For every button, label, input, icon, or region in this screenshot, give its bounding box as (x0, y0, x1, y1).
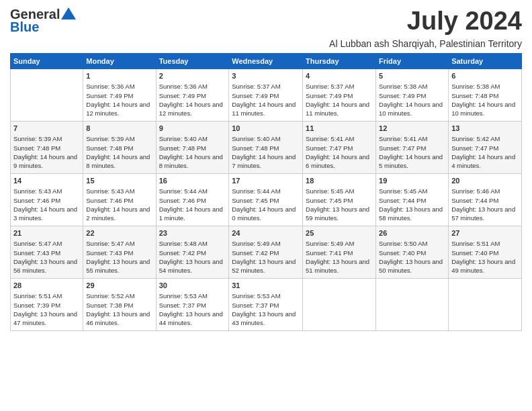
day-number: 25 (306, 228, 373, 238)
day-cell (303, 279, 376, 331)
day-cell: 5Sunrise: 5:38 AMSunset: 7:49 PMDaylight… (376, 69, 449, 122)
day-number: 23 (159, 228, 226, 238)
week-row-5: 28Sunrise: 5:51 AMSunset: 7:39 PMDayligh… (11, 279, 522, 331)
day-cell: 28Sunrise: 5:51 AMSunset: 7:39 PMDayligh… (11, 279, 83, 331)
day-number: 20 (451, 176, 519, 186)
day-number: 3 (232, 71, 300, 81)
day-cell: 13Sunrise: 5:42 AMSunset: 7:47 PMDayligh… (449, 122, 522, 174)
col-sunday: Sunday (11, 54, 83, 69)
day-number: 2 (159, 71, 226, 81)
day-cell: 11Sunrise: 5:41 AMSunset: 7:47 PMDayligh… (303, 122, 376, 174)
day-cell: 2Sunrise: 5:36 AMSunset: 7:49 PMDaylight… (156, 69, 229, 122)
col-friday: Friday (376, 54, 449, 69)
day-cell: 1Sunrise: 5:36 AMSunset: 7:49 PMDaylight… (83, 69, 156, 122)
day-number: 24 (232, 228, 300, 238)
page-container: General Blue July 2024 Al Lubban ash Sha… (0, 0, 532, 338)
day-cell: 24Sunrise: 5:49 AMSunset: 7:42 PMDayligh… (229, 226, 303, 279)
day-cell (11, 69, 83, 122)
day-cell: 10Sunrise: 5:40 AMSunset: 7:48 PMDayligh… (229, 122, 303, 174)
day-number: 6 (451, 71, 519, 81)
col-thursday: Thursday (303, 54, 376, 69)
day-cell: 7Sunrise: 5:39 AMSunset: 7:48 PMDaylight… (11, 122, 83, 174)
col-tuesday: Tuesday (156, 54, 229, 69)
day-cell: 18Sunrise: 5:45 AMSunset: 7:45 PMDayligh… (303, 174, 376, 226)
day-cell: 16Sunrise: 5:44 AMSunset: 7:46 PMDayligh… (156, 174, 229, 226)
day-number: 15 (86, 176, 152, 186)
day-number: 31 (232, 281, 300, 291)
month-title: July 2024 (407, 7, 522, 36)
week-row-1: 1Sunrise: 5:36 AMSunset: 7:49 PMDaylight… (11, 69, 522, 122)
day-cell: 30Sunrise: 5:53 AMSunset: 7:37 PMDayligh… (156, 279, 229, 331)
day-number: 17 (232, 176, 300, 186)
week-row-4: 21Sunrise: 5:47 AMSunset: 7:43 PMDayligh… (11, 226, 522, 279)
day-number: 11 (306, 124, 373, 134)
col-monday: Monday (83, 54, 156, 69)
day-cell: 8Sunrise: 5:39 AMSunset: 7:48 PMDaylight… (83, 122, 156, 174)
day-cell (376, 279, 449, 331)
day-number: 8 (86, 124, 152, 134)
location-title: Al Lubban ash Sharqiyah, Palestinian Ter… (10, 38, 522, 49)
day-number: 14 (13, 176, 80, 186)
day-cell: 4Sunrise: 5:37 AMSunset: 7:49 PMDaylight… (303, 69, 376, 122)
week-row-3: 14Sunrise: 5:43 AMSunset: 7:46 PMDayligh… (11, 174, 522, 226)
day-cell: 29Sunrise: 5:52 AMSunset: 7:38 PMDayligh… (83, 279, 156, 331)
day-cell: 14Sunrise: 5:43 AMSunset: 7:46 PMDayligh… (11, 174, 83, 226)
day-cell: 21Sunrise: 5:47 AMSunset: 7:43 PMDayligh… (11, 226, 83, 279)
header: General Blue July 2024 (10, 7, 522, 36)
day-number: 30 (159, 281, 226, 291)
day-number: 29 (86, 281, 152, 291)
day-number: 27 (451, 228, 519, 238)
day-cell: 27Sunrise: 5:51 AMSunset: 7:40 PMDayligh… (449, 226, 522, 279)
day-cell: 31Sunrise: 5:53 AMSunset: 7:37 PMDayligh… (229, 279, 303, 331)
day-cell: 12Sunrise: 5:41 AMSunset: 7:47 PMDayligh… (376, 122, 449, 174)
day-cell: 17Sunrise: 5:44 AMSunset: 7:45 PMDayligh… (229, 174, 303, 226)
logo-icon (61, 7, 76, 19)
day-number: 16 (159, 176, 226, 186)
day-number: 21 (13, 228, 80, 238)
day-number: 28 (13, 281, 80, 291)
day-cell: 3Sunrise: 5:37 AMSunset: 7:49 PMDaylight… (229, 69, 303, 122)
day-cell: 22Sunrise: 5:47 AMSunset: 7:43 PMDayligh… (83, 226, 156, 279)
col-saturday: Saturday (449, 54, 522, 69)
logo-blue-text: Blue (10, 19, 39, 35)
day-number: 9 (159, 124, 226, 134)
day-cell: 19Sunrise: 5:45 AMSunset: 7:44 PMDayligh… (376, 174, 449, 226)
day-number: 26 (379, 228, 445, 238)
day-cell: 26Sunrise: 5:50 AMSunset: 7:40 PMDayligh… (376, 226, 449, 279)
day-number: 19 (379, 176, 445, 186)
day-number: 12 (379, 124, 445, 134)
day-number: 5 (379, 71, 445, 81)
day-cell: 6Sunrise: 5:38 AMSunset: 7:48 PMDaylight… (449, 69, 522, 122)
day-cell: 25Sunrise: 5:49 AMSunset: 7:41 PMDayligh… (303, 226, 376, 279)
logo: General Blue (10, 7, 76, 35)
day-number: 1 (86, 71, 152, 81)
day-cell: 20Sunrise: 5:46 AMSunset: 7:44 PMDayligh… (449, 174, 522, 226)
calendar-table: Sunday Monday Tuesday Wednesday Thursday… (10, 53, 522, 331)
day-cell (449, 279, 522, 331)
header-row: Sunday Monday Tuesday Wednesday Thursday… (11, 54, 522, 69)
day-number: 13 (451, 124, 519, 134)
day-number: 18 (306, 176, 373, 186)
day-cell: 15Sunrise: 5:43 AMSunset: 7:46 PMDayligh… (83, 174, 156, 226)
day-number: 4 (306, 71, 373, 81)
day-number: 22 (86, 228, 152, 238)
week-row-2: 7Sunrise: 5:39 AMSunset: 7:48 PMDaylight… (11, 122, 522, 174)
col-wednesday: Wednesday (229, 54, 303, 69)
svg-marker-0 (61, 7, 76, 19)
day-cell: 23Sunrise: 5:48 AMSunset: 7:42 PMDayligh… (156, 226, 229, 279)
day-cell: 9Sunrise: 5:40 AMSunset: 7:48 PMDaylight… (156, 122, 229, 174)
day-number: 10 (232, 124, 300, 134)
day-number: 7 (13, 124, 80, 134)
